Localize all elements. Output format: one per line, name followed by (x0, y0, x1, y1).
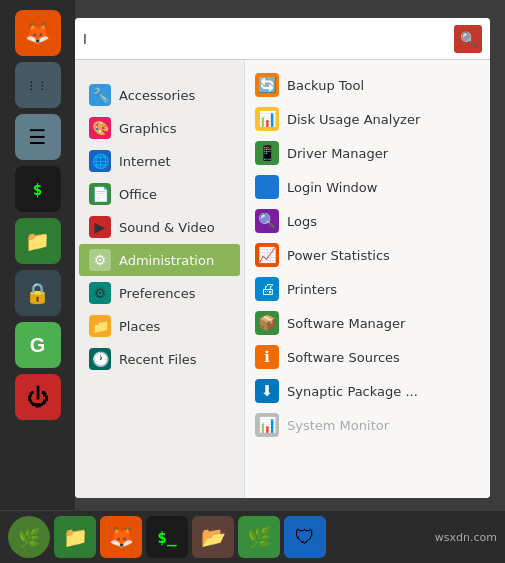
recent-files-label: Recent Files (119, 352, 197, 367)
search-button[interactable]: 🔍 (454, 25, 482, 53)
right-item-logs[interactable]: 🔍Logs (245, 204, 490, 238)
left-panel: 🔧Accessories🎨Graphics🌐Internet📄Office▶So… (75, 60, 245, 498)
synaptic-icon: ⬇ (255, 379, 279, 403)
login-window-icon: 👤 (255, 175, 279, 199)
right-item-software-manager[interactable]: 📦Software Manager (245, 306, 490, 340)
driver-manager-icon: 📱 (255, 141, 279, 165)
system-monitor-icon: 📊 (255, 413, 279, 437)
taskbar-bottom-icon-files-b[interactable]: 📁 (54, 516, 96, 558)
left-item-recent-files[interactable]: 🕐Recent Files (79, 343, 240, 375)
logs-icon: 🔍 (255, 209, 279, 233)
search-input[interactable] (83, 31, 454, 47)
driver-manager-label: Driver Manager (287, 146, 388, 161)
software-sources-label: Software Sources (287, 350, 400, 365)
taskbar-icon-lock[interactable]: 🔒 (15, 270, 61, 316)
taskbar-bottom: 🌿📁🦊$_📂🌿🛡wsxdn.com (0, 511, 505, 563)
section-header (75, 68, 244, 78)
right-item-driver-manager[interactable]: 📱Driver Manager (245, 136, 490, 170)
printers-icon: 🖨 (255, 277, 279, 301)
places-label: Places (119, 319, 160, 334)
left-item-places[interactable]: 📁Places (79, 310, 240, 342)
login-window-label: Login Window (287, 180, 377, 195)
sound-video-icon: ▶ (89, 216, 111, 238)
search-icon: 🔍 (460, 31, 477, 47)
disk-usage-label: Disk Usage Analyzer (287, 112, 420, 127)
power-statistics-icon: 📈 (255, 243, 279, 267)
left-item-preferences[interactable]: ⚙Preferences (79, 277, 240, 309)
taskbar-icon-files[interactable]: 📁 (15, 218, 61, 264)
taskbar-bottom-icon-vpn[interactable]: 🛡 (284, 516, 326, 558)
right-item-disk-usage[interactable]: 📊Disk Usage Analyzer (245, 102, 490, 136)
office-label: Office (119, 187, 157, 202)
menu-body: 🔧Accessories🎨Graphics🌐Internet📄Office▶So… (75, 60, 490, 498)
graphics-icon: 🎨 (89, 117, 111, 139)
taskbar-icon-settings[interactable]: ☰ (15, 114, 61, 160)
right-item-printers[interactable]: 🖨Printers (245, 272, 490, 306)
taskbar-bottom-icon-folder-b[interactable]: 📂 (192, 516, 234, 558)
taskbar-left: 🦊⋮⋮☰$📁🔒G⏻ (0, 0, 75, 510)
office-icon: 📄 (89, 183, 111, 205)
taskbar-icon-firefox[interactable]: 🦊 (15, 10, 61, 56)
application-menu: 🔍 🔧Accessories🎨Graphics🌐Internet📄Office▶… (75, 18, 490, 498)
administration-icon: ⚙ (89, 249, 111, 271)
right-item-login-window[interactable]: 👤Login Window (245, 170, 490, 204)
taskbar-bottom-icon-terminal-b[interactable]: $_ (146, 516, 188, 558)
software-manager-label: Software Manager (287, 316, 405, 331)
taskbar-bottom-icon-mint2[interactable]: 🌿 (238, 516, 280, 558)
left-item-administration[interactable]: ⚙Administration (79, 244, 240, 276)
right-item-system-monitor: 📊System Monitor (245, 408, 490, 442)
synaptic-label: Synaptic Package ... (287, 384, 418, 399)
places-icon: 📁 (89, 315, 111, 337)
watermark: wsxdn.com (435, 531, 497, 544)
internet-label: Internet (119, 154, 171, 169)
right-item-backup-tool[interactable]: 🔄Backup Tool (245, 68, 490, 102)
logs-label: Logs (287, 214, 317, 229)
internet-icon: 🌐 (89, 150, 111, 172)
accessories-icon: 🔧 (89, 84, 111, 106)
left-item-sound-video[interactable]: ▶Sound & Video (79, 211, 240, 243)
printers-label: Printers (287, 282, 337, 297)
right-item-software-sources[interactable]: ℹSoftware Sources (245, 340, 490, 374)
taskbar-bottom-icon-firefox-b[interactable]: 🦊 (100, 516, 142, 558)
power-statistics-label: Power Statistics (287, 248, 390, 263)
right-item-synaptic[interactable]: ⬇Synaptic Package ... (245, 374, 490, 408)
right-item-power-statistics[interactable]: 📈Power Statistics (245, 238, 490, 272)
administration-label: Administration (119, 253, 214, 268)
taskbar-icon-cog[interactable]: G (15, 322, 61, 368)
right-panel: 🔄Backup Tool📊Disk Usage Analyzer📱Driver … (245, 60, 490, 498)
backup-tool-icon: 🔄 (255, 73, 279, 97)
disk-usage-icon: 📊 (255, 107, 279, 131)
left-item-accessories[interactable]: 🔧Accessories (79, 79, 240, 111)
taskbar-icon-terminal[interactable]: $ (15, 166, 61, 212)
left-item-graphics[interactable]: 🎨Graphics (79, 112, 240, 144)
accessories-label: Accessories (119, 88, 195, 103)
left-item-internet[interactable]: 🌐Internet (79, 145, 240, 177)
taskbar-icon-power[interactable]: ⏻ (15, 374, 61, 420)
system-monitor-label: System Monitor (287, 418, 389, 433)
backup-tool-label: Backup Tool (287, 78, 364, 93)
software-sources-icon: ℹ (255, 345, 279, 369)
taskbar-icon-app-grid[interactable]: ⋮⋮ (15, 62, 61, 108)
sound-video-label: Sound & Video (119, 220, 215, 235)
left-item-office[interactable]: 📄Office (79, 178, 240, 210)
preferences-icon: ⚙ (89, 282, 111, 304)
software-manager-icon: 📦 (255, 311, 279, 335)
search-bar: 🔍 (75, 18, 490, 60)
graphics-label: Graphics (119, 121, 176, 136)
preferences-label: Preferences (119, 286, 195, 301)
taskbar-bottom-mint[interactable]: 🌿 (8, 516, 50, 558)
recent-files-icon: 🕐 (89, 348, 111, 370)
